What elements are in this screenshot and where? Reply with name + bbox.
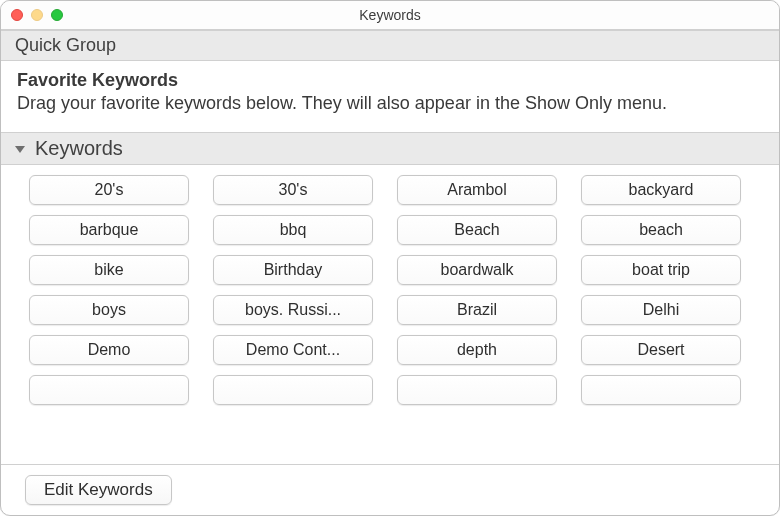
keyword-button[interactable]: Arambol: [397, 175, 557, 205]
keywords-label: Keywords: [35, 137, 123, 160]
quick-group-header[interactable]: Quick Group: [1, 30, 779, 61]
keyword-button[interactable]: [29, 375, 189, 405]
keyword-button[interactable]: boys. Russi...: [213, 295, 373, 325]
keywords-header[interactable]: Keywords: [1, 132, 779, 165]
keyword-button[interactable]: Desert: [581, 335, 741, 365]
keyword-button[interactable]: boys: [29, 295, 189, 325]
keyword-button[interactable]: depth: [397, 335, 557, 365]
keyword-button[interactable]: boardwalk: [397, 255, 557, 285]
keyword-button[interactable]: [581, 375, 741, 405]
keyword-button[interactable]: Delhi: [581, 295, 741, 325]
keyword-button[interactable]: bbq: [213, 215, 373, 245]
keywords-grid: 20's30'sArambolbackyardbarbquebbqBeachbe…: [29, 175, 761, 405]
keyword-button[interactable]: beach: [581, 215, 741, 245]
titlebar: Keywords: [1, 1, 779, 30]
keyword-button[interactable]: bike: [29, 255, 189, 285]
keyword-button[interactable]: [213, 375, 373, 405]
footer-bar: Edit Keywords: [1, 464, 779, 515]
window-title: Keywords: [1, 7, 779, 23]
keyword-button[interactable]: Demo Cont...: [213, 335, 373, 365]
edit-keywords-button[interactable]: Edit Keywords: [25, 475, 172, 505]
favorites-body: Drag your favorite keywords below. They …: [17, 93, 667, 113]
keyword-button[interactable]: [397, 375, 557, 405]
chevron-down-icon: [15, 146, 25, 153]
keyword-button[interactable]: boat trip: [581, 255, 741, 285]
favorites-description: Favorite Keywords Drag your favorite key…: [1, 61, 779, 132]
keyword-button[interactable]: 20's: [29, 175, 189, 205]
zoom-icon[interactable]: [51, 9, 63, 21]
minimize-icon[interactable]: [31, 9, 43, 21]
keyword-button[interactable]: 30's: [213, 175, 373, 205]
keyword-button[interactable]: barbque: [29, 215, 189, 245]
quick-group-label: Quick Group: [15, 35, 116, 56]
favorites-heading: Favorite Keywords: [17, 70, 178, 90]
edit-keywords-label: Edit Keywords: [44, 480, 153, 500]
keyword-button[interactable]: Birthday: [213, 255, 373, 285]
keyword-button[interactable]: Brazil: [397, 295, 557, 325]
keyword-button[interactable]: Demo: [29, 335, 189, 365]
keywords-scroll-area[interactable]: 20's30'sArambolbackyardbarbquebbqBeachbe…: [1, 165, 779, 464]
keyword-button[interactable]: Beach: [397, 215, 557, 245]
window-controls: [11, 9, 63, 21]
close-icon[interactable]: [11, 9, 23, 21]
keyword-button[interactable]: backyard: [581, 175, 741, 205]
keywords-window: Keywords Quick Group Favorite Keywords D…: [0, 0, 780, 516]
